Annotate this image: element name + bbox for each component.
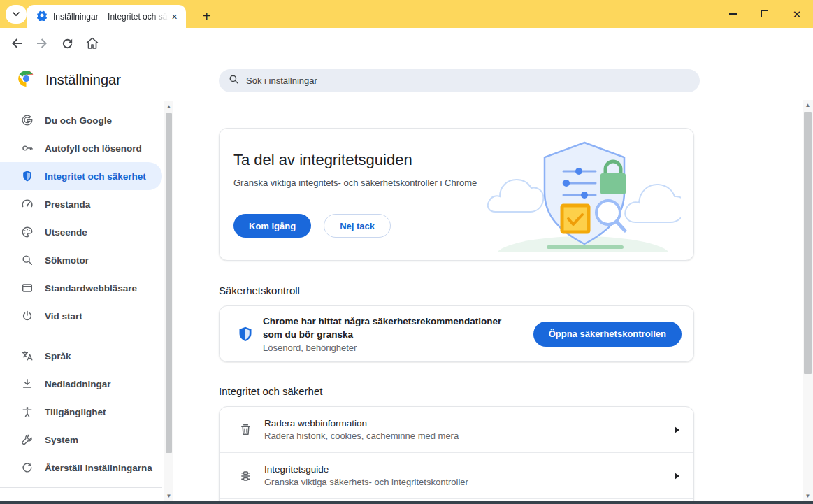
tab-close-icon[interactable]: × <box>168 10 180 22</box>
row-subtitle: Radera historik, cookies, cacheminne med… <box>264 431 675 441</box>
no-thanks-button[interactable]: Nej tack <box>324 214 391 238</box>
key-icon <box>21 142 34 154</box>
sidebar-item-label: Språk <box>45 351 71 361</box>
safety-shield-icon <box>238 326 252 342</box>
sidebar-item-label: Prestanda <box>45 199 90 210</box>
close-window-button[interactable]: ✕ <box>781 0 813 28</box>
sidebar-item-label: System <box>45 435 78 445</box>
chrome-logo-icon <box>18 71 34 89</box>
sidebar-item-label: Utseende <box>45 227 87 238</box>
section-header-security: Säkerhetskontroll <box>219 285 300 296</box>
taskbar-edge <box>0 501 813 504</box>
row-privacy-guide[interactable]: Integritetsguide Granska viktiga säkerhe… <box>220 453 693 498</box>
row-clear-browsing-data[interactable]: Radera webbinformation Radera historik, … <box>220 407 693 452</box>
translate-icon <box>21 350 34 362</box>
sidebar-item-autofyll[interactable]: Autofyll och lösenord <box>0 134 162 162</box>
sidebar-item-prestanda[interactable]: Prestanda <box>0 190 162 218</box>
content-scrollbar[interactable]: ▲ ▼ <box>803 100 813 501</box>
nav-divider <box>0 487 162 488</box>
reset-icon <box>21 461 34 474</box>
chevron-right-icon <box>675 473 679 480</box>
trash-icon <box>239 423 253 437</box>
sidebar-item-sprak[interactable]: Språk <box>0 342 162 370</box>
google-g-icon <box>21 114 34 127</box>
home-button[interactable] <box>81 32 103 55</box>
maximize-icon <box>761 10 768 17</box>
active-tab[interactable]: Inställningar – Integritet och säkerhet … <box>27 5 186 28</box>
settings-page: Inställningar Du och Google Autofyll och… <box>0 59 813 501</box>
row-subtitle: Granska viktiga säkerhets- och integrite… <box>264 477 675 487</box>
row-title: Integritetsguide <box>264 464 675 475</box>
tab-strip: Inställningar – Integritet och säkerhet … <box>0 0 813 28</box>
sidebar-item-label: Sökmotor <box>45 255 89 266</box>
section-header-privacy: Integritet och säkerhet <box>219 385 322 397</box>
chevron-right-icon <box>675 426 679 433</box>
sidebar-item-tillganglighet[interactable]: Tillgänglighet <box>0 398 162 426</box>
sidebar-item-standardwebblasare[interactable]: Standardwebbläsare <box>0 274 162 302</box>
sidebar-item-label: Nedladdningar <box>45 379 111 389</box>
sidebar-item-system[interactable]: System <box>0 426 162 454</box>
sidebar-item-utseende[interactable]: Utseende <box>0 218 162 246</box>
settings-nav: Du och Google Autofyll och lösenord Inte… <box>0 106 164 501</box>
forward-button[interactable] <box>31 32 53 55</box>
page-title: Inställningar <box>45 72 121 88</box>
sidebar-item-sokmotor[interactable]: Sökmotor <box>0 246 162 274</box>
power-icon <box>21 310 34 322</box>
reload-button[interactable] <box>56 32 78 55</box>
sidebar-scrollbar[interactable]: ▲ ▼ <box>164 101 173 501</box>
sidebar-item-label: Integritet och säkerhet <box>45 171 146 182</box>
sidebar-item-du-och-google[interactable]: Du och Google <box>0 106 162 134</box>
sidebar-item-label: Du och Google <box>45 115 112 126</box>
chevron-down-icon <box>12 8 20 21</box>
close-icon: ✕ <box>793 9 802 20</box>
scroll-up-icon[interactable]: ▲ <box>803 100 813 110</box>
privacy-guide-promo-card: Ta del av integritetsguiden Granska vikt… <box>219 128 694 261</box>
tune-icon <box>239 469 253 483</box>
browser-icon <box>21 282 34 294</box>
safety-check-card: Chrome har hittat några säkerhetsrekomme… <box>219 305 694 362</box>
safety-check-subtitle: Lösenord, behörigheter <box>263 343 524 353</box>
window-controls: ✕ <box>717 0 813 28</box>
speedometer-icon <box>21 198 34 210</box>
scrollbar-thumb[interactable] <box>166 113 172 453</box>
scroll-down-icon[interactable]: ▼ <box>803 491 813 501</box>
nav-divider <box>0 336 162 336</box>
scroll-up-icon[interactable]: ▲ <box>164 101 173 112</box>
settings-gear-favicon <box>36 10 48 24</box>
sidebar-item-label: Vid start <box>45 311 82 322</box>
settings-main: Ta del av integritetsguiden Granska vikt… <box>219 59 694 501</box>
privacy-list-card: Radera webbinformation Radera historik, … <box>219 406 694 501</box>
palette-icon <box>21 226 34 238</box>
back-button[interactable] <box>6 32 28 55</box>
open-safety-check-button[interactable]: Öppna säkerhetskontrollen <box>533 322 682 347</box>
tab-search-button[interactable] <box>6 5 27 24</box>
sidebar-item-vid-start[interactable]: Vid start <box>0 302 162 330</box>
wrench-icon <box>21 433 34 446</box>
new-tab-button[interactable]: + <box>196 6 217 27</box>
scroll-down-icon[interactable]: ▼ <box>164 491 173 501</box>
safety-check-title: Chrome har hittat några säkerhetsrekomme… <box>263 315 524 341</box>
accessibility-icon <box>21 405 34 418</box>
minimize-icon <box>729 13 737 14</box>
sidebar-item-label: Autofyll och lösenord <box>45 143 142 154</box>
browser-toolbar: Chrome chrome://settings/privacy <box>0 28 813 59</box>
maximize-button[interactable] <box>749 0 781 28</box>
sidebar-item-nedladdningar[interactable]: Nedladdningar <box>0 370 162 398</box>
scrollbar-thumb[interactable] <box>804 112 812 374</box>
row-divider <box>220 498 693 499</box>
tab-title: Inställningar – Integritet och säkerhet <box>53 12 168 22</box>
sidebar-item-aterstall[interactable]: Återställ inställningarna <box>0 454 162 482</box>
row-title: Radera webbinformation <box>264 418 675 429</box>
privacy-guide-illustration <box>485 138 681 254</box>
minimize-button[interactable] <box>717 0 749 28</box>
shield-icon <box>21 170 34 182</box>
promo-title: Ta del av integritetsguiden <box>233 151 412 169</box>
get-started-button[interactable]: Kom igång <box>233 214 311 238</box>
sidebar-item-label: Tillgänglighet <box>45 407 106 417</box>
search-icon <box>21 254 34 266</box>
sidebar-item-integritet[interactable]: Integritet och säkerhet <box>0 162 162 190</box>
sidebar-item-partial[interactable] <box>0 494 164 501</box>
settings-brand: Inställningar <box>18 71 121 89</box>
download-icon <box>21 377 34 390</box>
sidebar-item-label: Återställ inställningarna <box>45 463 152 473</box>
